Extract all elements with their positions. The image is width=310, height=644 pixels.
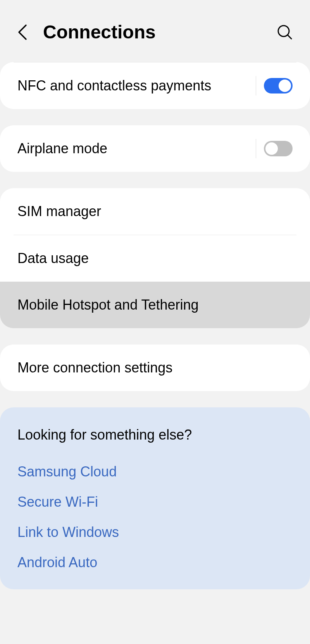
header-left: Connections [17,21,156,43]
nfc-card: NFC and contactless payments [0,62,310,109]
vertical-divider [256,76,256,95]
page-title: Connections [43,21,156,43]
suggestions-title: Looking for something else? [17,427,293,443]
airplane-item[interactable]: Airplane mode [0,125,310,172]
airplane-toggle[interactable] [264,141,293,156]
data-usage-label: Data usage [17,249,293,268]
suggestions-card: Looking for something else? Samsung Clou… [0,407,310,589]
hotspot-label: Mobile Hotspot and Tethering [17,295,293,315]
airplane-card: Airplane mode [0,125,310,172]
header: Connections [0,0,310,62]
data-usage-item[interactable]: Data usage [0,235,310,282]
nfc-toggle[interactable] [264,78,293,93]
toggle-knob [279,80,291,92]
more-connection-label: More connection settings [17,358,293,377]
sim-data-hotspot-card: SIM manager Data usage Mobile Hotspot an… [0,188,310,328]
nfc-item[interactable]: NFC and contactless payments [0,62,310,109]
more-connection-item[interactable]: More connection settings [0,345,310,391]
secure-wifi-link[interactable]: Secure Wi-Fi [17,487,293,517]
android-auto-link[interactable]: Android Auto [17,547,293,578]
svg-line-1 [288,35,291,39]
nfc-label: NFC and contactless payments [17,76,256,95]
airplane-label: Airplane mode [17,139,256,158]
samsung-cloud-link[interactable]: Samsung Cloud [17,457,293,487]
toggle-knob [265,142,278,155]
more-connection-card: More connection settings [0,345,310,391]
sim-manager-item[interactable]: SIM manager [0,188,310,235]
link-to-windows-link[interactable]: Link to Windows [17,517,293,547]
back-icon[interactable] [17,24,28,40]
sim-manager-label: SIM manager [17,202,293,221]
vertical-divider [256,139,256,158]
airplane-toggle-container [256,139,293,158]
hotspot-item[interactable]: Mobile Hotspot and Tethering [0,282,310,328]
search-icon[interactable] [277,24,293,40]
nfc-toggle-container [256,76,293,95]
